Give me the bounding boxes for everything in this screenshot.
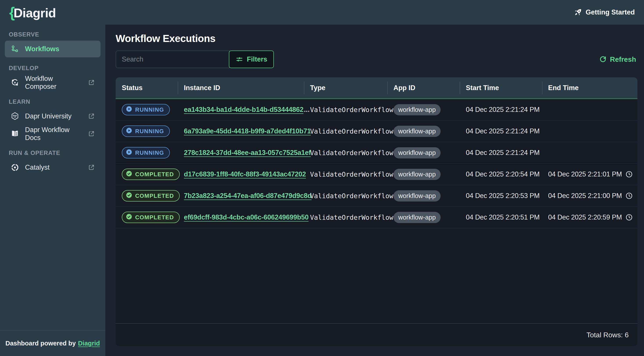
start-time-cell: 04 Dec 2025 2:21:24 PM (460, 127, 542, 135)
table-row: RUNNING 6a793a9e-45dd-4418-b9f9-a7ded4f1… (116, 121, 638, 142)
status-badge-label: COMPLETED (135, 193, 174, 199)
start-time: 04 Dec 2025 2:20:53 PM (466, 192, 540, 200)
getting-started-link[interactable]: Getting Started (574, 8, 635, 17)
search-input[interactable] (116, 51, 230, 68)
end-time: 04 Dec 2025 2:21:00 PM (548, 192, 622, 200)
status-cell: COMPLETED (116, 168, 178, 180)
start-time-cell: 04 Dec 2025 2:20:53 PM (460, 192, 542, 200)
svg-text:dapr: dapr (13, 114, 17, 117)
section-label-learn: LEARN (9, 98, 105, 105)
diagrid-logo[interactable]: { Diagrid (9, 4, 56, 21)
getting-started-label: Getting Started (586, 8, 635, 16)
sidebar-item-label: Dapr University (25, 112, 72, 120)
app-id-chip: workflow-app (394, 104, 440, 115)
sidebar-item-label: Catalyst (25, 163, 50, 171)
table-row: COMPLETED ef69dcff-983d-4cbc-a06c-606249… (116, 207, 638, 228)
check-circle-icon (126, 170, 132, 179)
workflow-type: ValidateOrderWorkflow (310, 170, 393, 178)
type-cell: ValidateOrderWorkflow (304, 192, 387, 200)
type-cell: ValidateOrderWorkflow (304, 106, 387, 114)
clock-icon (625, 170, 633, 178)
table-row: COMPLETED d17c6839-1ff8-40fc-88f3-49143a… (116, 164, 638, 185)
sidebar-item-dapr-university[interactable]: dapr Dapr University (5, 108, 100, 125)
column-header-app-id: App ID (387, 84, 460, 92)
instance-id-link[interactable]: 278c1824-37dd-48ee-aa13-057c7525a1ef (184, 149, 311, 157)
instance-id-cell: 278c1824-37dd-48ee-aa13-057c7525a1ef ... (178, 149, 304, 157)
diagrid-footer-link[interactable]: Diagrid (78, 340, 100, 347)
column-header-status: Status (116, 84, 178, 92)
column-header-start-time: Start Time (460, 84, 542, 92)
status-badge: RUNNING (122, 147, 170, 158)
section-label-run-operate: RUN & OPERATE (9, 150, 105, 156)
play-circle-icon (126, 106, 132, 114)
status-badge: COMPLETED (122, 190, 180, 202)
start-time-cell: 04 Dec 2025 2:21:24 PM (460, 149, 542, 157)
rocket-icon (574, 8, 582, 17)
status-cell: COMPLETED (116, 190, 178, 202)
clock-icon (625, 192, 633, 200)
filters-button[interactable]: Filters (229, 51, 274, 68)
app-id-cell: workflow-app (387, 190, 460, 202)
status-badge: RUNNING (122, 125, 170, 137)
sidebar-item-workflows[interactable]: Workflows (5, 41, 100, 57)
section-label-develop: DEVELOP (9, 65, 105, 72)
workflow-type: ValidateOrderWorkflow (310, 127, 393, 135)
column-header-end-time: End Time (542, 84, 638, 92)
sidebar-item-workflow-composer[interactable]: Workflow Composer (5, 74, 100, 91)
table-footer: Total Rows: 6 (116, 323, 638, 346)
workflow-type: ValidateOrderWorkflow (310, 149, 393, 157)
start-time-cell: 04 Dec 2025 2:21:24 PM (460, 106, 542, 114)
end-time-cell: 04 Dec 2025 2:21:01 PM (542, 170, 638, 178)
external-link-icon (88, 113, 95, 120)
sidebar-item-dapr-workflow-docs[interactable]: Dapr Workflow Docs (5, 125, 100, 142)
instance-id-link[interactable]: ea143b34-ba1d-4dde-b14b-d53444862 (184, 106, 304, 114)
workflow-type: ValidateOrderWorkflow (310, 214, 393, 221)
instance-id-link[interactable]: ef69dcff-983d-4cbc-a06c-606249699b50 (184, 213, 308, 221)
start-time-cell: 04 Dec 2025 2:20:54 PM (460, 170, 542, 178)
start-time: 04 Dec 2025 2:21:24 PM (466, 149, 540, 157)
start-time: 04 Dec 2025 2:21:24 PM (466, 127, 540, 135)
page-title: Workflow Executions (116, 33, 638, 44)
status-cell: RUNNING (116, 147, 178, 158)
column-header-instance-id: Instance ID (178, 84, 304, 92)
instance-id-link[interactable]: 6a793a9e-45dd-4418-b9f9-a7ded4f10b71 (184, 127, 311, 135)
workflow-graph-icon (10, 45, 19, 53)
catalyst-icon (10, 163, 19, 172)
table-row: RUNNING 278c1824-37dd-48ee-aa13-057c7525… (116, 142, 638, 164)
sidebar-item-label: Dapr Workflow Docs (25, 126, 82, 142)
external-link-icon (88, 79, 95, 86)
status-badge-label: RUNNING (135, 106, 164, 113)
app-id-chip: workflow-app (394, 126, 440, 137)
status-cell: COMPLETED (116, 212, 178, 223)
composer-icon (10, 78, 19, 87)
workflow-executions-table: Status Instance ID Type App ID Start Tim… (116, 77, 638, 346)
table-row: RUNNING ea143b34-ba1d-4dde-b14b-d5344486… (116, 99, 638, 121)
refresh-button[interactable]: Refresh (598, 55, 638, 64)
sliders-filter-icon (236, 55, 243, 63)
instance-id-link[interactable]: d17c6839-1ff8-40fc-88f3-49143ac47202 (184, 170, 306, 178)
book-icon (10, 129, 19, 138)
end-time: 04 Dec 2025 2:21:01 PM (548, 170, 622, 178)
app-id-cell: workflow-app (387, 104, 460, 115)
table-row: COMPLETED 7b23a823-a254-47ea-af06-d87e47… (116, 185, 638, 207)
instance-id-link[interactable]: 7b23a823-a254-47ea-af06-d87e479d9c8d (184, 192, 312, 200)
start-time-cell: 04 Dec 2025 2:20:51 PM (460, 213, 542, 221)
app-id-chip: workflow-app (394, 147, 440, 158)
status-cell: RUNNING (116, 125, 178, 137)
topbar: { Diagrid Getting Started (0, 0, 644, 25)
sidebar-section-learn: LEARN dapr Dapr University (0, 98, 105, 143)
start-time: 04 Dec 2025 2:21:24 PM (466, 106, 540, 114)
sidebar-section-develop: DEVELOP Workflow Composer (0, 65, 105, 92)
sidebar-item-label: Workflows (25, 45, 59, 53)
instance-id-cell: d17c6839-1ff8-40fc-88f3-49143ac47202 ... (178, 170, 304, 178)
play-circle-icon (126, 127, 132, 135)
check-circle-icon (126, 213, 132, 222)
sidebar: OBSERVE Workflows DEVELOP (0, 25, 105, 356)
type-cell: ValidateOrderWorkflow (304, 149, 387, 157)
logo-wordmark: Diagrid (14, 6, 56, 20)
sidebar-item-catalyst[interactable]: Catalyst (5, 159, 100, 176)
status-badge-label: RUNNING (135, 149, 164, 156)
instance-id-cell: 7b23a823-a254-47ea-af06-d87e479d9c8d ... (178, 192, 304, 200)
status-cell: RUNNING (116, 104, 178, 115)
status-badge-label: COMPLETED (135, 214, 174, 221)
